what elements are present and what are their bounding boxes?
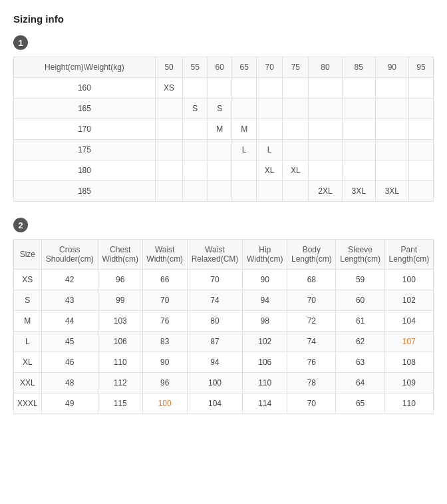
size-label: M	[14, 311, 42, 332]
measurement-cell: 99	[98, 290, 142, 311]
size-cell: XL	[257, 160, 283, 181]
size-cell	[342, 78, 375, 99]
section-2: 2 SizeCrossShoulder(cm)ChestWidth(cm)Wai…	[13, 218, 434, 414]
measurement-cell: 63	[336, 352, 384, 373]
measurement-cell: 108	[384, 352, 433, 373]
size-cell	[208, 160, 232, 181]
table2-row: XXXL491151001041147065110	[14, 393, 434, 414]
measurement-cell: 59	[336, 270, 384, 290]
measurement-cell: 94	[243, 290, 287, 311]
size-cell: XS	[155, 78, 182, 99]
height-cell: 170	[14, 119, 156, 140]
size-cell	[342, 160, 375, 181]
size-label: S	[14, 290, 42, 311]
measurement-cell: 106	[98, 332, 142, 352]
table2-header-3: WaistWidth(cm)	[142, 240, 187, 270]
table2-header-2: ChestWidth(cm)	[98, 240, 142, 270]
size-cell	[232, 160, 257, 181]
size-cell	[342, 140, 375, 160]
measurement-cell: 44	[41, 311, 98, 332]
size-cell	[375, 99, 408, 119]
table1-header-3: 60	[208, 57, 232, 78]
table1-header-5: 70	[257, 57, 283, 78]
measurement-cell: 83	[142, 332, 187, 352]
size-label: XS	[14, 270, 42, 290]
measurement-cell: 98	[243, 311, 287, 332]
size-cell	[232, 181, 257, 202]
measurement-cell: 90	[243, 270, 287, 290]
size-label: XXXL	[14, 393, 42, 414]
size-cell	[309, 140, 342, 160]
table1-header-2: 55	[183, 57, 208, 78]
measurement-cell: 87	[187, 332, 243, 352]
size-cell	[408, 78, 433, 99]
height-cell: 185	[14, 181, 156, 202]
size-cell: 2XL	[309, 181, 342, 202]
size-cell	[183, 78, 208, 99]
table1-row: 160XS	[14, 78, 434, 99]
size-cell	[283, 181, 309, 202]
size-cell	[408, 181, 433, 202]
size-cell	[283, 140, 309, 160]
size-cell	[257, 181, 283, 202]
measurement-cell: 45	[41, 332, 98, 352]
size-cell	[283, 99, 309, 119]
section-1: 1 Height(cm)\Weight(kg)50556065707580859…	[13, 35, 434, 202]
size-cell	[155, 140, 182, 160]
size-cell	[257, 78, 283, 99]
measurement-cell: 49	[41, 393, 98, 414]
measurement-cell: 90	[142, 352, 187, 373]
size-cell	[408, 99, 433, 119]
measurement-cell: 107	[384, 332, 433, 352]
measurement-cell: 64	[336, 373, 384, 393]
size-cell	[155, 99, 182, 119]
size-cell	[375, 160, 408, 181]
measurement-cell: 78	[287, 373, 336, 393]
size-cell	[375, 78, 408, 99]
size-cell	[183, 140, 208, 160]
height-cell: 165	[14, 99, 156, 119]
weight-height-table: Height(cm)\Weight(kg)5055606570758085909…	[13, 57, 434, 202]
measurement-cell: 102	[384, 290, 433, 311]
size-cell	[408, 160, 433, 181]
table2-header-6: BodyLength(cm)	[287, 240, 336, 270]
size-label: L	[14, 332, 42, 352]
size-cell	[208, 140, 232, 160]
height-cell: 180	[14, 160, 156, 181]
badge-2: 2	[13, 218, 28, 232]
measurement-cell: 104	[384, 311, 433, 332]
size-cell: S	[183, 99, 208, 119]
size-cell	[155, 160, 182, 181]
table2-row: XS42966670906859100	[14, 270, 434, 290]
measurement-cell: 94	[187, 352, 243, 373]
measurement-cell: 110	[243, 373, 287, 393]
measurement-cell: 104	[187, 393, 243, 414]
badge-1: 1	[13, 35, 28, 50]
size-cell	[183, 181, 208, 202]
table1-row: 175LL	[14, 140, 434, 160]
table1-header-7: 80	[309, 57, 342, 78]
size-cell	[257, 119, 283, 140]
size-cell	[183, 119, 208, 140]
measurement-cell: 43	[41, 290, 98, 311]
table1-row: 170MM	[14, 119, 434, 140]
size-cell: M	[232, 119, 257, 140]
measurement-cell: 100	[142, 393, 187, 414]
table1-row: 180XLXL	[14, 160, 434, 181]
measurement-cell: 74	[287, 332, 336, 352]
size-cell	[375, 140, 408, 160]
size-cell	[309, 78, 342, 99]
height-cell: 160	[14, 78, 156, 99]
table1-header-6: 75	[283, 57, 309, 78]
size-cell	[208, 78, 232, 99]
table1-header-0: Height(cm)\Weight(kg)	[14, 57, 156, 78]
measurement-cell: 110	[98, 352, 142, 373]
size-cell	[257, 99, 283, 119]
size-cell	[283, 119, 309, 140]
measurement-cell: 76	[287, 352, 336, 373]
size-cell	[342, 119, 375, 140]
measurement-cell: 115	[98, 393, 142, 414]
measurement-cell: 114	[243, 393, 287, 414]
page-title: Sizing info	[13, 13, 434, 25]
size-cell	[232, 99, 257, 119]
